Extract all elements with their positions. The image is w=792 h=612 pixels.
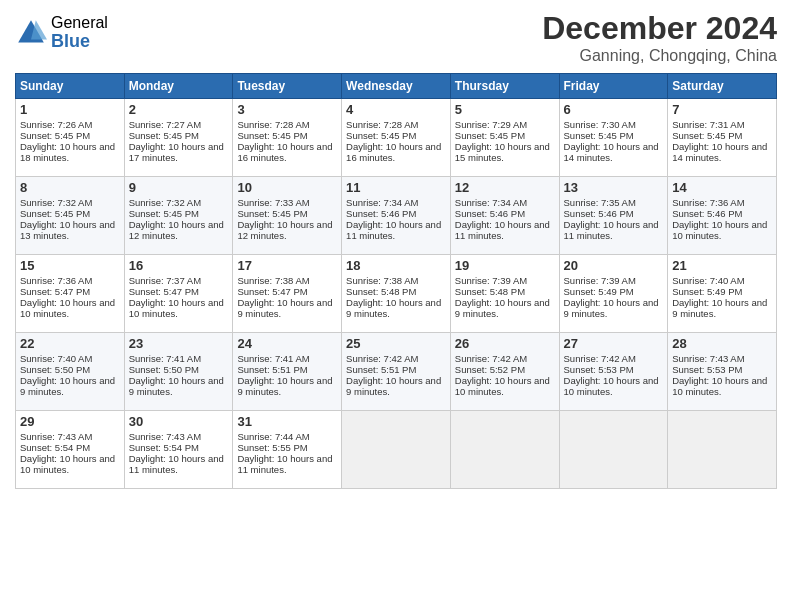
day-number: 14 (672, 180, 772, 195)
day-number: 12 (455, 180, 555, 195)
table-row: 31 Sunrise: 7:44 AM Sunset: 5:55 PM Dayl… (233, 411, 342, 489)
calendar-container: General Blue December 2024 Ganning, Chon… (0, 0, 792, 612)
week-row: 8 Sunrise: 7:32 AM Sunset: 5:45 PM Dayli… (16, 177, 777, 255)
day-number: 15 (20, 258, 120, 273)
table-row: 27 Sunrise: 7:42 AM Sunset: 5:53 PM Dayl… (559, 333, 668, 411)
table-row: 9 Sunrise: 7:32 AM Sunset: 5:45 PM Dayli… (124, 177, 233, 255)
day-number: 26 (455, 336, 555, 351)
th-wednesday: Wednesday (342, 74, 451, 99)
table-row: 5 Sunrise: 7:29 AM Sunset: 5:45 PM Dayli… (450, 99, 559, 177)
table-row: 10 Sunrise: 7:33 AM Sunset: 5:45 PM Dayl… (233, 177, 342, 255)
table-row: 1 Sunrise: 7:26 AM Sunset: 5:45 PM Dayli… (16, 99, 125, 177)
table-row: 20 Sunrise: 7:39 AM Sunset: 5:49 PM Dayl… (559, 255, 668, 333)
table-row: 23 Sunrise: 7:41 AM Sunset: 5:50 PM Dayl… (124, 333, 233, 411)
th-sunday: Sunday (16, 74, 125, 99)
day-number: 11 (346, 180, 446, 195)
th-monday: Monday (124, 74, 233, 99)
day-number: 20 (564, 258, 664, 273)
calendar-body: 1 Sunrise: 7:26 AM Sunset: 5:45 PM Dayli… (16, 99, 777, 489)
day-number: 3 (237, 102, 337, 117)
logo-icon (15, 17, 47, 49)
week-row: 22 Sunrise: 7:40 AM Sunset: 5:50 PM Dayl… (16, 333, 777, 411)
day-number: 13 (564, 180, 664, 195)
table-row: 15 Sunrise: 7:36 AM Sunset: 5:47 PM Dayl… (16, 255, 125, 333)
table-row: 8 Sunrise: 7:32 AM Sunset: 5:45 PM Dayli… (16, 177, 125, 255)
th-tuesday: Tuesday (233, 74, 342, 99)
table-row: 25 Sunrise: 7:42 AM Sunset: 5:51 PM Dayl… (342, 333, 451, 411)
week-row: 15 Sunrise: 7:36 AM Sunset: 5:47 PM Dayl… (16, 255, 777, 333)
day-number: 30 (129, 414, 229, 429)
day-number: 18 (346, 258, 446, 273)
day-number: 25 (346, 336, 446, 351)
table-row: 22 Sunrise: 7:40 AM Sunset: 5:50 PM Dayl… (16, 333, 125, 411)
day-number: 22 (20, 336, 120, 351)
table-row: 19 Sunrise: 7:39 AM Sunset: 5:48 PM Dayl… (450, 255, 559, 333)
logo-blue-text: Blue (51, 32, 108, 52)
empty-cell (668, 411, 777, 489)
th-thursday: Thursday (450, 74, 559, 99)
week-row: 1 Sunrise: 7:26 AM Sunset: 5:45 PM Dayli… (16, 99, 777, 177)
table-row: 16 Sunrise: 7:37 AM Sunset: 5:47 PM Dayl… (124, 255, 233, 333)
table-row: 3 Sunrise: 7:28 AM Sunset: 5:45 PM Dayli… (233, 99, 342, 177)
day-number: 1 (20, 102, 120, 117)
table-row: 11 Sunrise: 7:34 AM Sunset: 5:46 PM Dayl… (342, 177, 451, 255)
table-row: 24 Sunrise: 7:41 AM Sunset: 5:51 PM Dayl… (233, 333, 342, 411)
title-block: December 2024 Ganning, Chongqing, China (542, 10, 777, 65)
table-row: 7 Sunrise: 7:31 AM Sunset: 5:45 PM Dayli… (668, 99, 777, 177)
table-row: 14 Sunrise: 7:36 AM Sunset: 5:46 PM Dayl… (668, 177, 777, 255)
table-row: 29 Sunrise: 7:43 AM Sunset: 5:54 PM Dayl… (16, 411, 125, 489)
table-row: 18 Sunrise: 7:38 AM Sunset: 5:48 PM Dayl… (342, 255, 451, 333)
location: Ganning, Chongqing, China (542, 47, 777, 65)
th-friday: Friday (559, 74, 668, 99)
day-number: 23 (129, 336, 229, 351)
day-number: 31 (237, 414, 337, 429)
svg-marker-1 (31, 20, 47, 39)
day-number: 24 (237, 336, 337, 351)
empty-cell (559, 411, 668, 489)
week-row: 29 Sunrise: 7:43 AM Sunset: 5:54 PM Dayl… (16, 411, 777, 489)
table-row: 21 Sunrise: 7:40 AM Sunset: 5:49 PM Dayl… (668, 255, 777, 333)
header-row: Sunday Monday Tuesday Wednesday Thursday… (16, 74, 777, 99)
table-row: 4 Sunrise: 7:28 AM Sunset: 5:45 PM Dayli… (342, 99, 451, 177)
calendar-table: Sunday Monday Tuesday Wednesday Thursday… (15, 73, 777, 489)
logo-text: General Blue (51, 14, 108, 51)
table-row: 12 Sunrise: 7:34 AM Sunset: 5:46 PM Dayl… (450, 177, 559, 255)
day-number: 5 (455, 102, 555, 117)
table-row: 28 Sunrise: 7:43 AM Sunset: 5:53 PM Dayl… (668, 333, 777, 411)
day-number: 7 (672, 102, 772, 117)
day-number: 29 (20, 414, 120, 429)
table-row: 30 Sunrise: 7:43 AM Sunset: 5:54 PM Dayl… (124, 411, 233, 489)
th-saturday: Saturday (668, 74, 777, 99)
day-number: 8 (20, 180, 120, 195)
day-number: 9 (129, 180, 229, 195)
day-number: 10 (237, 180, 337, 195)
day-number: 19 (455, 258, 555, 273)
day-number: 4 (346, 102, 446, 117)
logo: General Blue (15, 14, 108, 51)
table-row: 6 Sunrise: 7:30 AM Sunset: 5:45 PM Dayli… (559, 99, 668, 177)
day-number: 16 (129, 258, 229, 273)
table-row: 26 Sunrise: 7:42 AM Sunset: 5:52 PM Dayl… (450, 333, 559, 411)
table-row: 17 Sunrise: 7:38 AM Sunset: 5:47 PM Dayl… (233, 255, 342, 333)
day-number: 21 (672, 258, 772, 273)
day-number: 2 (129, 102, 229, 117)
empty-cell (342, 411, 451, 489)
table-row: 2 Sunrise: 7:27 AM Sunset: 5:45 PM Dayli… (124, 99, 233, 177)
day-number: 17 (237, 258, 337, 273)
empty-cell (450, 411, 559, 489)
table-row: 13 Sunrise: 7:35 AM Sunset: 5:46 PM Dayl… (559, 177, 668, 255)
day-number: 27 (564, 336, 664, 351)
day-number: 6 (564, 102, 664, 117)
day-number: 28 (672, 336, 772, 351)
logo-general: General (51, 14, 108, 32)
header: General Blue December 2024 Ganning, Chon… (15, 10, 777, 65)
month-title: December 2024 (542, 10, 777, 47)
